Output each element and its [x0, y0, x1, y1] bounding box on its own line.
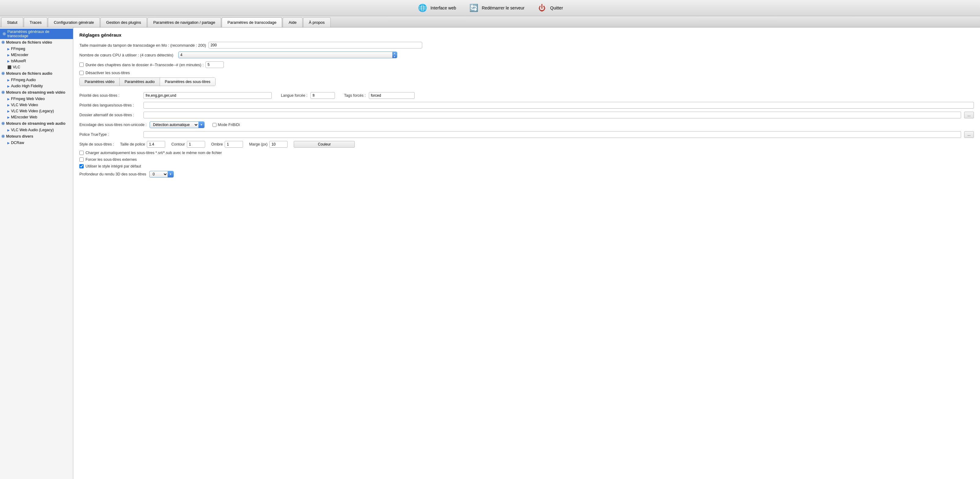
lang-priority-row: Priorité des langues/sous-titres :: [80, 102, 974, 109]
sidebar-item-audio-high-fidelity[interactable]: ▶ Audio High Fidelity: [0, 83, 73, 89]
encoding-select[interactable]: Détection automatique: [150, 121, 199, 128]
sidebar: ❊ Paramètres généraux de transcodage ❊ M…: [0, 27, 73, 479]
buffer-row: Taille maximale du tampon de transcodage…: [80, 42, 974, 49]
render-3d-row: Profondeur du rendu 3D des sous-titres 0…: [80, 171, 974, 178]
buffer-input[interactable]: [208, 42, 422, 49]
disable-subtitles-checkbox[interactable]: [80, 71, 84, 75]
arrow-icon-mencoder-web: ▶: [7, 116, 10, 119]
outline-label: Contour: [171, 142, 185, 146]
toolbar-interface-web[interactable]: 🌐 Interface web: [417, 2, 456, 13]
toolbar: 🌐 Interface web 🔄 Redémarrer le serveur …: [0, 0, 980, 16]
fribidi-checkbox[interactable]: [213, 123, 216, 127]
auto-load-label: Charger automatiquement les sous-titres …: [86, 151, 222, 155]
sidebar-item-mencoder[interactable]: ▶ MEncoder: [0, 52, 73, 58]
sidebar-item-label: Moteurs de fichiers audio: [6, 71, 52, 76]
content-area: Réglages généraux Taille maximale du tam…: [73, 27, 980, 479]
forced-tags-input[interactable]: [369, 92, 415, 99]
sidebar-item-vlc-web-video-legacy[interactable]: ▶ VLC Web Video (Legacy): [0, 108, 73, 114]
margin-group: Marge (px): [249, 141, 288, 148]
cpu-spinbox[interactable]: ▲ ▼: [178, 52, 397, 58]
toolbar-restart-server[interactable]: 🔄 Redémarrer le serveur: [468, 2, 525, 13]
font-size-input[interactable]: [147, 141, 165, 148]
cpu-label: Nombre de cœurs CPU à utiliser : (4 cœur…: [80, 53, 173, 57]
cpu-input[interactable]: [178, 52, 392, 58]
disable-subtitles-row: Désactiver les sous-titres: [80, 70, 974, 75]
tab-statut[interactable]: Statut: [1, 17, 23, 27]
truetype-browse-button[interactable]: ...: [964, 131, 974, 138]
encoding-select-wrapper[interactable]: Détection automatique ▼: [150, 121, 205, 128]
subtitle-priority-row: Priorité des sous-titres : Langue forcée…: [80, 92, 974, 99]
toolbar-interface-web-label: Interface web: [431, 5, 456, 10]
force-external-label: Forcer les sous-titres externes: [86, 157, 137, 162]
color-button[interactable]: Couleur: [294, 141, 355, 148]
alt-folder-input[interactable]: [143, 112, 961, 118]
tab-parametres-transcodage[interactable]: Paramètres de transcodage: [222, 17, 282, 27]
lang-priority-label: Priorité des langues/sous-titres :: [80, 103, 140, 107]
sidebar-item-mencoder-web[interactable]: ▶ MEncoder Web: [0, 114, 73, 120]
alt-folder-label: Dossier alternatif de sous-titres :: [80, 113, 140, 117]
render-3d-select[interactable]: 0: [150, 171, 168, 178]
tab-aide[interactable]: Aide: [283, 17, 302, 27]
forced-tags-label: Tags forcés :: [344, 94, 366, 98]
margin-input[interactable]: [269, 141, 288, 148]
cpu-spinbox-up[interactable]: ▲: [392, 52, 397, 55]
alt-folder-browse-button[interactable]: ...: [964, 112, 974, 118]
outline-input[interactable]: [187, 141, 205, 148]
tab-gestion-plugins[interactable]: Gestion des plugins: [100, 17, 147, 27]
sidebar-item-label: FFmpeg Audio: [11, 78, 36, 82]
toolbar-quit[interactable]: ⏻ Quitter: [537, 2, 563, 13]
tab-parametres-navigation[interactable]: Paramètres de navigation / partage: [148, 17, 221, 27]
font-size-group: Taille de police: [120, 141, 165, 148]
render-3d-select-wrapper[interactable]: 0 ▼: [149, 171, 174, 178]
sidebar-item-label: MEncoder: [11, 53, 29, 57]
sidebar-item-ffmpeg[interactable]: ▶ FFmpeg: [0, 46, 73, 52]
sidebar-item-vlc[interactable]: ⬛ VLC: [0, 64, 73, 70]
subtitle-priority-input[interactable]: [143, 92, 272, 99]
sub-tab-video[interactable]: Paramètres vidéo: [80, 78, 120, 86]
sidebar-item-ffmpeg-web-video[interactable]: ▶ FFmpeg Web Video: [0, 96, 73, 102]
sidebar-item-ffmpeg-audio[interactable]: ▶ FFmpeg Audio: [0, 77, 73, 83]
cpu-spinbox-arrows[interactable]: ▲ ▼: [392, 52, 397, 58]
arrow-icon-ffmpeg-audio: ▶: [7, 78, 10, 82]
tab-a-propos[interactable]: À propos: [303, 17, 331, 27]
sub-tab-subtitles[interactable]: Paramètres des sous-titres: [160, 78, 215, 86]
tab-traces[interactable]: Traces: [24, 17, 47, 27]
use-integrated-checkbox[interactable]: [80, 164, 84, 168]
truetype-input[interactable]: [143, 131, 961, 138]
arrow-icon-ffmpeg: ▶: [7, 47, 10, 51]
fribidi-row: Mode FriBiDi: [213, 123, 240, 127]
sidebar-item-vlc-web-audio-legacy[interactable]: ▶ VLC Web Audio (Legacy): [0, 127, 73, 133]
sidebar-item-vlc-web-video[interactable]: ▶ VLC Web Video: [0, 102, 73, 108]
shadow-label: Ombre: [211, 142, 223, 146]
power-icon: ⏻: [537, 2, 548, 13]
cpu-spinbox-down[interactable]: ▼: [392, 55, 397, 58]
force-external-checkbox[interactable]: [80, 157, 84, 162]
sidebar-item-label: Moteurs divers: [6, 134, 33, 138]
use-integrated-label: Utiliser le style intégré par défaut: [86, 164, 141, 168]
forced-lang-input[interactable]: [310, 92, 335, 99]
encoding-select-arrow[interactable]: ▼: [199, 121, 204, 128]
sidebar-item-moteurs-streaming-video[interactable]: ❊ Moteurs de streaming web vidéo: [0, 89, 73, 96]
sidebar-item-moteurs-streaming-audio[interactable]: ❊ Moteurs de streaming web audio: [0, 120, 73, 127]
tab-config-generale[interactable]: Configuration générale: [48, 17, 100, 27]
chapter-input[interactable]: [205, 61, 224, 68]
shadow-input[interactable]: [225, 141, 243, 148]
disable-subtitles-label: Désactiver les sous-titres: [86, 70, 130, 75]
render-3d-label: Profondeur du rendu 3D des sous-titres: [80, 172, 146, 176]
chapter-checkbox[interactable]: [80, 63, 84, 67]
sidebar-item-moteurs-video[interactable]: ❊ Moteurs de fichiers vidéo: [0, 39, 73, 46]
sidebar-item-label: Moteurs de streaming web vidéo: [6, 90, 65, 95]
auto-load-checkbox[interactable]: [80, 151, 84, 155]
sub-tab-audio[interactable]: Paramètres audio: [120, 78, 160, 86]
render-3d-select-arrow[interactable]: ▼: [168, 171, 173, 178]
sidebar-item-moteurs-audio[interactable]: ❊ Moteurs de fichiers audio: [0, 70, 73, 77]
sidebar-item-label: FFmpeg Web Video: [11, 97, 45, 101]
snowflake-icon-divers: ❊: [1, 134, 5, 139]
sidebar-item-moteurs-divers[interactable]: ❊ Moteurs divers: [0, 133, 73, 140]
sidebar-item-tsmuxer[interactable]: ▶ tsMuxeR: [0, 58, 73, 64]
sidebar-item-dcraw[interactable]: ▶ DCRaw: [0, 140, 73, 146]
section-title: Réglages généraux: [80, 32, 974, 38]
sidebar-item-parametres-generaux[interactable]: ❊ Paramètres généraux de transcodage: [0, 29, 73, 39]
lang-priority-input[interactable]: [143, 102, 974, 109]
shadow-group: Ombre: [211, 141, 243, 148]
